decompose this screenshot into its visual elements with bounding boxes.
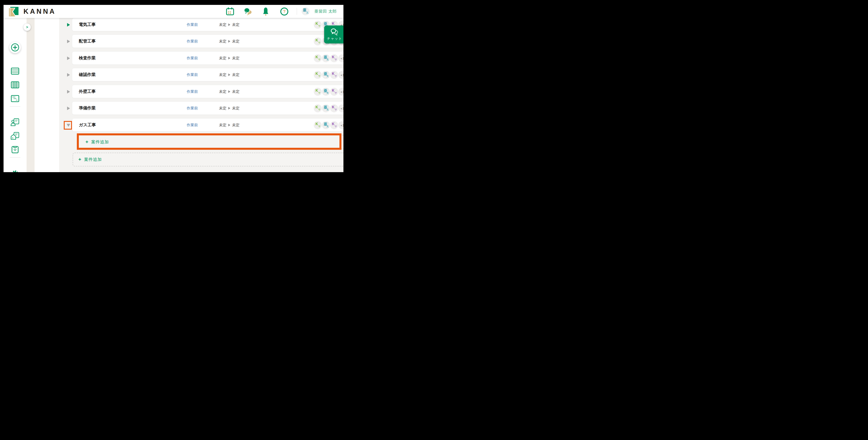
sidebar-item-import[interactable] [11,146,20,153]
arrow-right-icon [228,40,230,42]
project-group-row: 検査作業 作業前 未定 未定 K サ 亜 太 K サ +1 [4,51,343,65]
add-project-child-button[interactable]: + 案件追加 [77,135,343,149]
status-label: 作業前 [187,122,198,127]
notifications-button[interactable] [261,7,270,16]
triangle-icon [67,107,70,110]
sidebar-item-customers[interactable] [11,132,20,140]
project-group-card[interactable]: ガス工事 作業前 未定 未定 K サ 亜 太 K サ +1 [72,118,343,131]
expand-toggle[interactable] [66,22,71,28]
arrow-right-icon [228,90,230,93]
project-group-card[interactable]: 準備作業 作業前 未定 未定 K サ 亜 太 K サ +1 [72,101,343,115]
project-group-card[interactable]: 電気工事 作業前 未定 未定 K サ 亜 太 K サ +1 [72,18,343,31]
add-project-button[interactable]: + 案件追加 [73,153,343,166]
date-range: 未定 未定 [219,106,240,111]
plus-icon: + [79,157,81,162]
end-date: 未定 [232,106,240,111]
arrow-right-icon [228,107,230,110]
plus-circle-icon [11,43,20,52]
project-group-row: 電気工事 作業前 未定 未定 K サ 亜 太 K サ +1 [4,18,343,31]
member-avatar: 亜 太 [322,54,330,62]
end-date: 未定 [232,39,240,44]
date-range: 未定 未定 [219,72,240,77]
project-group-card[interactable]: 検査作業 作業前 未定 未定 K サ 亜 太 K サ +1 [72,51,343,65]
help-circle-icon: ? [280,7,288,16]
project-group-card[interactable]: 配管工事 作業前 未定 未定 K サ 亜 太 K サ +1 [72,35,343,48]
start-date: 未定 [219,39,226,44]
expand-toggle[interactable] [66,72,71,78]
chat-bubbles-icon [244,7,252,16]
end-date: 未定 [232,56,240,61]
sidebar-item-board-view[interactable] [11,81,20,89]
status-label: 作業前 [187,22,198,27]
arrow-right-icon [228,23,230,26]
arrow-right-icon [228,124,230,126]
expand-toggle[interactable] [66,55,71,61]
calendar-button[interactable] [226,7,235,16]
start-date: 未定 [219,122,226,127]
member-avatar: 亜 太 [322,71,330,79]
group-title: 検査作業 [79,55,96,61]
date-range: 未定 未定 [219,56,240,61]
triangle-icon [67,73,70,77]
customer-document-icon [11,132,20,140]
group-title: ガス工事 [79,122,96,128]
user-avatar: 亜 太 [302,7,310,15]
sidebar-item-gantt-view[interactable] [11,95,20,102]
triangle-icon [67,90,70,93]
member-avatar: K サ [314,71,322,79]
chat-bubbles-icon [331,28,339,36]
project-group-row: 準備作業 作業前 未定 未定 K サ 亜 太 K サ +1 [4,101,343,115]
end-date: 未定 [232,122,240,127]
end-date: 未定 [232,22,240,27]
start-date: 未定 [219,89,226,94]
app-window: KANNA [4,5,343,172]
clipboard-download-icon [11,146,20,153]
expand-toggle[interactable] [66,38,71,44]
member-avatar: K サ [314,54,322,62]
sidebar [4,18,27,172]
project-group-card[interactable]: 確認作業 作業前 未定 未定 K サ 亜 太 K サ +1 [72,68,343,81]
status-label: 作業前 [187,89,198,94]
app-header: KANNA [4,5,343,18]
sidebar-item-settings[interactable] [11,169,20,172]
member-avatars: K サ 亜 太 K サ +1 [314,121,343,129]
expand-toggle[interactable] [66,89,71,95]
user-menu[interactable]: 亜 太 亜留田 太郎 [302,7,337,15]
create-button[interactable] [9,42,21,53]
status-label: 作業前 [187,106,198,111]
project-group-row: ガス工事 作業前 未定 未定 K サ 亜 太 K サ +1 [4,118,343,131]
date-range: 未定 未定 [219,22,240,27]
chevron-right-icon: > [26,25,28,29]
start-date: 未定 [219,72,226,77]
kanna-logo[interactable]: KANNA [9,7,56,17]
plus-icon: + [86,140,88,144]
member-avatar: K サ [314,121,322,129]
member-avatar: 亜 太 [322,88,330,96]
expand-panel-button[interactable]: > [24,24,31,31]
status-label: 作業前 [187,72,198,77]
chat-floating-button[interactable]: チャット [324,26,343,43]
board-view-icon [11,81,20,89]
member-avatars: K サ 亜 太 K サ +1 [314,71,343,79]
member-avatars: K サ 亜 太 K サ +1 [314,54,343,62]
sidebar-item-list-view[interactable] [11,67,20,75]
project-group-card[interactable]: 外壁工事 作業前 未定 未定 K サ 亜 太 K サ +1 [72,85,343,98]
start-date: 未定 [219,22,226,27]
group-title: 準備作業 [79,105,96,111]
chat-menu-button[interactable] [244,7,252,16]
member-avatar: K サ [314,104,322,112]
expand-toggle[interactable] [66,122,71,128]
sidebar-item-partners[interactable] [11,118,20,126]
date-range: 未定 未定 [219,122,240,127]
project-group-row: 配管工事 作業前 未定 未定 K サ 亜 太 K サ +1 [4,35,343,48]
avatar-overflow-badge: +1 [338,121,343,129]
start-date: 未定 [219,56,226,61]
member-avatar: K サ [330,104,338,112]
expand-toggle[interactable] [66,106,71,111]
member-avatar: K サ [314,21,322,29]
date-range: 未定 未定 [219,39,240,44]
sidebar-divider [10,106,20,107]
member-avatar: 亜 太 [322,104,330,112]
gear-icon [11,169,20,172]
help-button[interactable]: ? [280,7,289,16]
